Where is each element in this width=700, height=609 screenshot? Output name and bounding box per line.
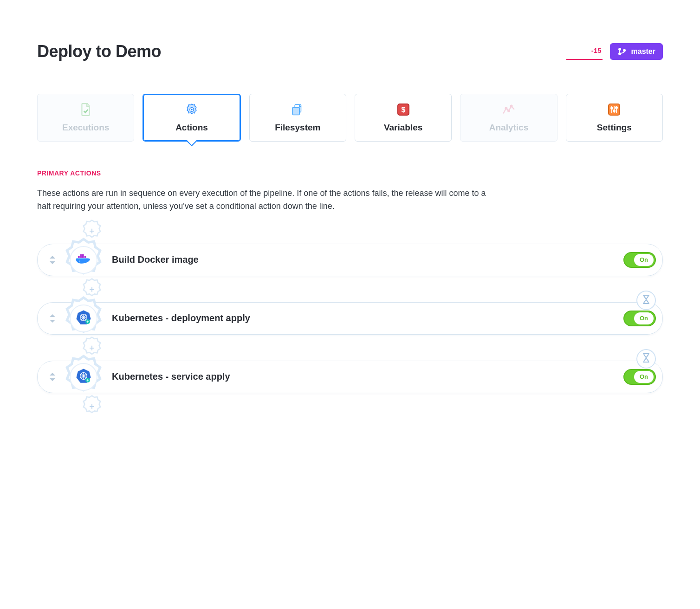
page-title: Deploy to Demo xyxy=(37,42,161,61)
action-row[interactable]: Build Docker image On xyxy=(37,244,663,276)
plus-icon: ＋ xyxy=(88,401,96,412)
kubernetes-icon xyxy=(75,368,92,386)
svg-text:$: $ xyxy=(401,106,405,114)
svg-point-14 xyxy=(611,107,613,109)
action-title: Kubernetes - service apply xyxy=(112,371,623,382)
svg-point-19 xyxy=(79,260,80,261)
tab-label: Settings xyxy=(597,123,632,133)
svg-rect-24 xyxy=(80,254,82,256)
tab-label: Actions xyxy=(175,123,208,133)
file-check-icon xyxy=(79,103,92,116)
wait-indicator[interactable] xyxy=(636,349,656,369)
docker-icon xyxy=(75,253,92,267)
plus-icon: ＋ xyxy=(88,225,96,236)
action-title: Kubernetes - deployment apply xyxy=(112,313,623,324)
action-toggle[interactable]: On xyxy=(623,369,656,385)
svg-rect-23 xyxy=(84,256,86,258)
tab-label: Analytics xyxy=(489,123,528,133)
tab-settings[interactable]: Settings xyxy=(566,94,663,142)
drag-handle-icon[interactable] xyxy=(48,314,57,323)
svg-rect-25 xyxy=(82,254,84,256)
svg-point-18 xyxy=(616,107,617,109)
action-icon-wrap xyxy=(66,301,101,336)
actions-list: ＋ Build Docker image On ＋ xyxy=(37,221,663,415)
tab-actions[interactable]: Actions xyxy=(143,94,240,142)
tab-executions[interactable]: Executions xyxy=(37,94,134,142)
tabs-nav: Executions Actions Filesystem $ xyxy=(37,94,663,142)
tab-analytics[interactable]: Analytics xyxy=(460,94,557,142)
branch-selector-button[interactable]: master xyxy=(610,43,663,60)
files-icon xyxy=(291,103,304,116)
sliders-icon xyxy=(608,103,621,116)
changes-count[interactable]: -15 xyxy=(566,44,603,60)
svg-point-10 xyxy=(508,110,510,111)
plus-icon: ＋ xyxy=(88,342,96,353)
hourglass-icon xyxy=(642,353,650,365)
hourglass-icon xyxy=(642,294,650,306)
toggle-label: On xyxy=(634,371,654,383)
plus-icon: ＋ xyxy=(88,284,96,295)
tab-label: Filesystem xyxy=(275,123,320,133)
section-description: These actions are run in sequence on eve… xyxy=(37,187,501,213)
wait-indicator[interactable] xyxy=(636,291,656,310)
dollar-box-icon: $ xyxy=(397,103,410,116)
svg-point-16 xyxy=(613,110,615,112)
chart-line-icon xyxy=(502,103,515,116)
action-icon-wrap xyxy=(66,360,101,394)
add-action-button[interactable]: ＋ xyxy=(83,397,101,415)
action-toggle[interactable]: On xyxy=(623,252,656,268)
tab-label: Variables xyxy=(384,123,422,133)
toggle-label: On xyxy=(634,312,654,324)
svg-point-9 xyxy=(506,107,507,109)
branch-icon xyxy=(617,47,627,56)
toggle-label: On xyxy=(634,254,654,266)
tab-filesystem[interactable]: Filesystem xyxy=(249,94,346,142)
action-title: Build Docker image xyxy=(112,254,623,265)
svg-point-4 xyxy=(191,109,193,110)
gear-badge-icon xyxy=(185,103,198,116)
kubernetes-icon xyxy=(75,309,92,328)
svg-point-11 xyxy=(511,105,512,107)
action-icon-wrap xyxy=(66,243,101,277)
drag-handle-icon[interactable] xyxy=(48,373,57,381)
drag-handle-icon[interactable] xyxy=(48,256,57,264)
svg-rect-22 xyxy=(82,256,84,258)
svg-rect-20 xyxy=(78,256,80,258)
action-row[interactable]: Kubernetes - service apply On xyxy=(37,361,663,393)
svg-rect-21 xyxy=(80,256,82,258)
tab-label: Executions xyxy=(62,123,109,133)
action-toggle[interactable]: On xyxy=(623,311,656,326)
section-heading: PRIMARY ACTIONS xyxy=(37,169,663,177)
tab-variables[interactable]: $ Variables xyxy=(355,94,452,142)
svg-rect-6 xyxy=(293,107,300,115)
action-row[interactable]: Kubernetes - deployment apply On xyxy=(37,302,663,335)
branch-label: master xyxy=(631,47,655,56)
